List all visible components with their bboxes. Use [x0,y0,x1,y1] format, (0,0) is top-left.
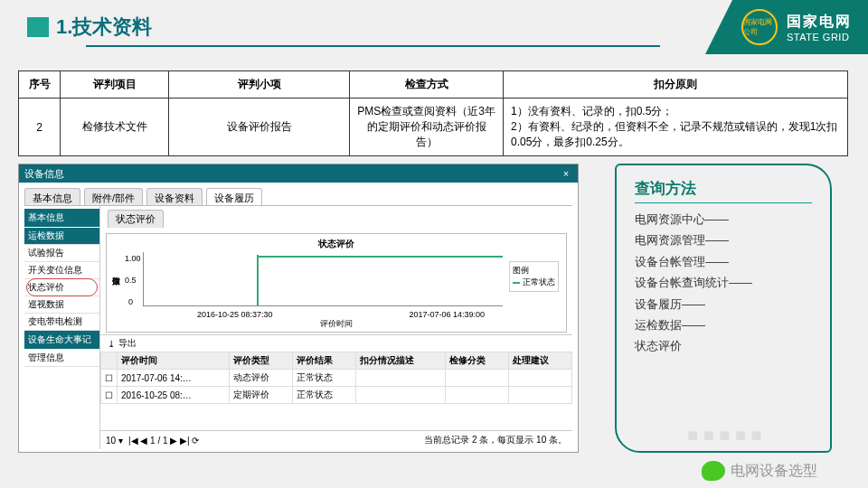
query-step: 设备履历—— [635,294,812,314]
gh-check [101,352,118,370]
side-item-test-report[interactable]: 试验报告 [24,245,99,262]
tab-attachments[interactable]: 附件/部件 [84,188,143,205]
cell-project: 检修技术文件 [61,99,169,156]
query-step: 电网资源中心—— [635,209,812,230]
cell-method: PMS检查或查阅资料（近3年的定期评价和动态评价报告） [350,99,504,156]
tab-docs[interactable]: 设备资料 [146,188,203,205]
tab-history[interactable]: 设备履历 [206,188,262,205]
query-step: 设备台帐查询统计—— [635,272,812,293]
cell-no: 2 [19,99,61,156]
chart-ytick-0: 0 [128,297,133,306]
side-item-patrol-data[interactable]: 巡视数据 [24,296,99,314]
pager-nav[interactable]: |◀ ◀ 1 / 1 ▶ ▶| ⟳ [128,436,200,446]
query-list: 电网资源中心—— 电网资源管理—— 设备台帐管理—— 设备台帐查询统计—— 设备… [635,209,812,357]
chart-plot-area [143,252,503,306]
row-time: 2016-10-25 08:… [118,387,230,404]
gh-deduct[interactable]: 扣分情况描述 [356,352,446,370]
col-sub: 评判小项 [169,71,350,99]
query-step: 电网资源管理—— [635,230,812,250]
cell-rule: 1）没有资料、记录的，扣0.5分； 2）有资料、纪录的，但资料不全，记录不规范或… [504,99,848,156]
brand-seal-icon: 国家电网公司 [741,9,778,45]
app-body: 基本信息 运检数据 试验报告 开关变位信息 状态评价 巡视数据 变电带电检测 设… [24,205,572,449]
row-time: 2017-07-06 14:… [118,370,230,387]
side-item-status-eval[interactable]: 状态评价 [24,279,99,296]
wechat-icon [702,461,725,481]
row-type: 定期评价 [230,387,293,404]
gh-suggest[interactable]: 处理建议 [508,352,571,370]
query-title: 查询方法 [635,178,812,203]
grid-row[interactable]: ☐ 2017-07-06 14:… 动态评价 正常状态 [101,370,572,387]
side-category-list: 基本信息 运检数据 试验报告 开关变位信息 状态评价 巡视数据 变电带电检测 设… [24,206,100,449]
col-rule: 扣分原则 [504,71,848,99]
page-size-select[interactable]: 10 ▾ [106,436,123,446]
row-check[interactable]: ☐ [101,387,118,404]
sub-tab-row: 状态评价 [100,206,572,231]
query-step: 状态评价 [635,335,812,356]
legend-title: 图例 [513,265,555,277]
side-header-lifecycle[interactable]: 设备生命大事记 [24,331,99,349]
row-type: 动态评价 [230,370,293,387]
side-item-live-detect[interactable]: 变电带电检测 [24,314,99,331]
gh-type[interactable]: 评价类型 [230,352,293,370]
pager-left: 10 ▾ |◀ ◀ 1 / 1 ▶ ▶| ⟳ [106,436,199,446]
col-method: 检查方式 [350,71,504,99]
criteria-header-row: 序号 评判项目 评判小项 检查方式 扣分原则 [19,71,848,99]
grid-toolbar: ⤓ 导出 [100,334,572,352]
pager-summary: 当前总记录 2 条，每页显示 10 条。 [424,434,567,446]
header-underline [86,45,660,47]
content-row: 设备信息 × 基本信息 附件/部件 设备资料 设备履历 基本信息 运检数据 试验… [0,164,868,453]
chart-ytick-1: 1.00 [125,254,141,263]
row-check[interactable]: ☐ [101,370,118,387]
row-result: 正常状态 [293,387,356,404]
query-method-box: 查询方法 电网资源中心—— 电网资源管理—— 设备台帐管理—— 设备台帐查询统计… [615,164,832,453]
main-panel: 状态评价 状态评价 健康指数 0 0.5 1.00 图例 正常状态 2016-1… [100,206,572,449]
brand-name-en: STATE GRID [787,32,852,42]
gh-class[interactable]: 检修分类 [445,352,508,370]
chart-title: 状态评价 [110,238,562,250]
chart-xlabel: 评价时间 [107,318,566,330]
page-header: 1.技术资料 国家电网公司 国家电网 STATE GRID [0,0,868,54]
brand-text: 国家电网 STATE GRID [787,13,852,42]
tab-basic-info[interactable]: 基本信息 [24,188,80,205]
brand-name-cn: 国家电网 [787,13,852,32]
wechat-text: 电网设备选型 [731,462,817,481]
top-tabs: 基本信息 附件/部件 设备资料 设备履历 [19,183,578,205]
page-title: 1.技术资料 [56,14,152,41]
header-accent [27,17,49,37]
sub-tab-status-eval[interactable]: 状态评价 [108,210,164,228]
row-result: 正常状态 [293,370,356,387]
app-titlebar: 设备信息 × [19,164,578,183]
cell-sub: 设备评价报告 [169,99,350,156]
brand-area: 国家电网公司 国家电网 STATE GRID [705,0,868,54]
legend-item: 正常状态 [513,277,555,288]
grid-row[interactable]: ☐ 2016-10-25 08:… 定期评价 正常状态 [101,387,572,404]
app-title: 设备信息 [24,167,64,181]
side-item-inspection-data[interactable]: 运检数据 [24,228,99,245]
grid-header-row: 评价时间 评价类型 评价结果 扣分情况描述 检修分类 处理建议 [101,352,572,370]
chart-series-line [259,256,503,258]
query-step: 运检数据—— [635,314,812,335]
app-window: 设备信息 × 基本信息 附件/部件 设备资料 设备履历 基本信息 运检数据 试验… [18,164,579,453]
chart-legend: 图例 正常状态 [509,261,559,292]
gh-result[interactable]: 评价结果 [293,352,356,370]
chart-ytick-05: 0.5 [125,276,137,285]
side-header-basic[interactable]: 基本信息 [24,209,99,227]
wechat-stamp: 电网设备选型 [702,461,817,481]
criteria-data-row: 2 检修技术文件 设备评价报告 PMS检查或查阅资料（近3年的定期评价和动态评价… [19,99,848,156]
chart-box: 状态评价 健康指数 0 0.5 1.00 图例 正常状态 2016-10-25 … [106,233,567,333]
export-button[interactable]: 导出 [118,337,137,350]
query-step: 设备台帐管理—— [635,251,812,272]
side-item-switch-info[interactable]: 开关变位信息 [24,262,99,279]
legend-swatch-icon [513,282,520,284]
export-icon[interactable]: ⤓ [108,339,115,349]
eval-grid: 评价时间 评价类型 评价结果 扣分情况描述 检修分类 处理建议 ☐ 2017-0… [100,352,572,404]
col-no: 序号 [19,71,61,99]
gh-time[interactable]: 评价时间 [118,352,230,370]
col-project: 评判项目 [61,71,169,99]
pager: 10 ▾ |◀ ◀ 1 / 1 ▶ ▶| ⟳ 当前总记录 2 条，每页显示 10… [100,430,572,449]
criteria-table: 序号 评判项目 评判小项 检查方式 扣分原则 2 检修技术文件 设备评价报告 P… [18,70,848,156]
close-icon[interactable]: × [560,168,572,179]
side-item-manage-info[interactable]: 管理信息 [24,350,99,367]
